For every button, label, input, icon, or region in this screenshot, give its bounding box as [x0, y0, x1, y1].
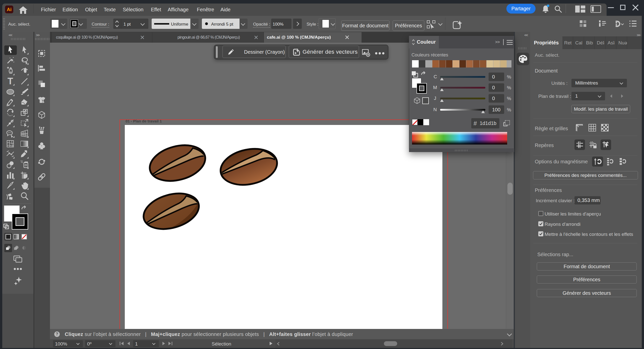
svg-text:T: T: [8, 76, 13, 86]
